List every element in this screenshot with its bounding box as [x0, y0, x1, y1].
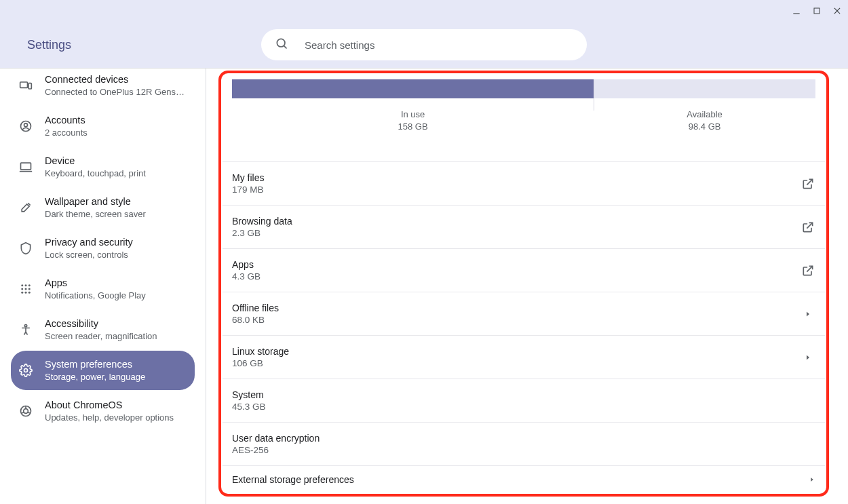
window-titlebar	[0, 0, 848, 22]
open-external-icon	[801, 220, 815, 235]
sidebar-item-sublabel: Screen reader, magnification	[45, 330, 187, 343]
sidebar-item-sublabel: Updates, help, developer options	[45, 412, 187, 424]
sidebar-item-label: Apps	[45, 276, 187, 290]
svg-point-4	[277, 39, 285, 47]
storage-row-value: 68.0 KB	[232, 315, 801, 325]
svg-rect-7	[28, 83, 31, 89]
shield-icon	[19, 241, 33, 255]
app-title: Settings	[27, 38, 71, 52]
sidebar-item-about[interactable]: About ChromeOS Updates, help, developer …	[11, 391, 195, 431]
svg-rect-6	[20, 82, 28, 88]
svg-point-22	[24, 369, 28, 372]
sidebar-item-sublabel: Connected to OnePlus 12R Gens…	[45, 86, 187, 98]
open-external-icon	[801, 263, 815, 278]
sidebar-item-privacy[interactable]: Privacy and security Lock screen, contro…	[11, 229, 195, 268]
storage-bar-fill	[232, 79, 594, 98]
svg-point-12	[21, 284, 23, 286]
content-area: In use 158 GB Available 98.4 GB My files…	[206, 69, 848, 504]
sidebar-item-label: Privacy and security	[45, 235, 187, 249]
sidebar-item-label: System preferences	[45, 357, 187, 371]
external-storage-label: External storage preferences	[232, 474, 354, 485]
sidebar-item-label: Device	[45, 154, 187, 168]
brush-icon	[19, 201, 33, 214]
storage-bar: In use 158 GB Available 98.4 GB	[223, 75, 825, 132]
storage-row-label: User data encryption	[232, 433, 815, 444]
sidebar-item-accounts[interactable]: Accounts 2 accounts	[11, 106, 195, 146]
storage-row-label: My files	[232, 172, 801, 183]
svg-point-15	[21, 288, 23, 290]
sidebar-item-apps[interactable]: Apps Notifications, Google Play	[11, 269, 195, 309]
external-storage-preferences-row[interactable]: External storage preferences	[223, 466, 825, 493]
maximize-icon[interactable]	[811, 5, 822, 16]
sidebar-item-sublabel: Dark theme, screen saver	[45, 208, 187, 220]
svg-line-5	[284, 46, 287, 49]
chevron-right-icon	[801, 350, 815, 365]
storage-row-value: 106 GB	[232, 358, 801, 368]
sidebar-item-sublabel: Storage, power, language	[45, 371, 187, 383]
svg-rect-10	[21, 163, 31, 170]
svg-rect-1	[814, 8, 820, 14]
search-icon	[275, 37, 288, 53]
storage-row-value: 4.3 GB	[232, 271, 801, 282]
chevron-right-icon	[809, 474, 815, 485]
chevron-right-icon	[801, 307, 815, 322]
storage-row-my-files[interactable]: My files179 MB	[223, 162, 825, 206]
search-input[interactable]	[305, 39, 587, 51]
storage-rows: My files179 MBBrowsing data2.3 GBApps4.3…	[223, 161, 825, 466]
storage-row-linux[interactable]: Linux storage106 GB	[223, 336, 825, 379]
svg-point-21	[24, 325, 26, 327]
svg-point-19	[25, 292, 27, 294]
app-header: Settings	[0, 22, 848, 68]
storage-row-apps[interactable]: Apps4.3 GB	[223, 249, 825, 292]
storage-row-encryption: User data encryptionAES-256	[223, 423, 825, 466]
storage-row-value: 45.3 GB	[232, 402, 815, 412]
svg-point-17	[28, 288, 31, 290]
svg-point-18	[21, 292, 23, 294]
chrome-icon	[19, 404, 33, 418]
sidebar-item-sublabel: Notifications, Google Play	[45, 290, 187, 302]
storage-row-value: AES-256	[232, 445, 815, 455]
close-icon[interactable]	[832, 5, 843, 16]
sidebar-item-label: Accounts	[45, 113, 187, 127]
sidebar-item-label: About ChromeOS	[45, 398, 187, 412]
svg-point-16	[25, 288, 27, 290]
sidebar-item-label: Connected devices	[45, 73, 187, 86]
storage-row-value: 179 MB	[232, 185, 801, 195]
sidebar-item-sublabel: 2 accounts	[45, 127, 187, 139]
sidebar: Connected devices Connected to OnePlus 1…	[0, 69, 206, 504]
storage-row-label: Browsing data	[232, 216, 801, 227]
svg-line-27	[28, 412, 31, 414]
storage-row-label: Offline files	[232, 303, 801, 313]
storage-row-label: Apps	[232, 259, 801, 270]
storage-panel: In use 158 GB Available 98.4 GB My files…	[223, 75, 825, 466]
storage-row-value: 2.3 GB	[232, 228, 801, 238]
storage-in-use-value: 158 GB	[232, 121, 594, 132]
laptop-icon	[19, 160, 33, 174]
storage-available-label: Available	[594, 109, 815, 119]
sidebar-item-system-preferences[interactable]: System preferences Storage, power, langu…	[11, 351, 195, 390]
accessibility-icon	[19, 323, 33, 336]
storage-row-label: Linux storage	[232, 346, 801, 357]
svg-line-26	[21, 412, 24, 414]
svg-point-20	[28, 292, 31, 294]
sidebar-item-connected-devices[interactable]: Connected devices Connected to OnePlus 1…	[11, 70, 195, 105]
storage-bar-track	[232, 79, 815, 98]
search-box[interactable]	[261, 29, 587, 60]
sidebar-item-label: Accessibility	[45, 317, 187, 330]
storage-row-label: System	[232, 389, 815, 400]
sidebar-item-wallpaper[interactable]: Wallpaper and style Dark theme, screen s…	[11, 188, 195, 227]
sidebar-item-accessibility[interactable]: Accessibility Screen reader, magnificati…	[11, 310, 195, 349]
sidebar-item-device[interactable]: Device Keyboard, touchpad, print	[11, 147, 195, 187]
storage-row-browsing[interactable]: Browsing data2.3 GB	[223, 206, 825, 249]
gear-icon	[19, 364, 33, 377]
svg-point-9	[24, 123, 28, 127]
storage-in-use-label: In use	[232, 109, 594, 119]
devices-icon	[19, 79, 33, 92]
sidebar-item-sublabel: Keyboard, touchpad, print	[45, 168, 187, 180]
sidebar-item-sublabel: Lock screen, controls	[45, 249, 187, 261]
storage-row-system: System45.3 GB	[223, 379, 825, 423]
storage-row-offline[interactable]: Offline files68.0 KB	[223, 292, 825, 336]
account-icon	[19, 119, 33, 133]
apps-grid-icon	[19, 282, 33, 296]
minimize-icon[interactable]	[791, 5, 802, 16]
